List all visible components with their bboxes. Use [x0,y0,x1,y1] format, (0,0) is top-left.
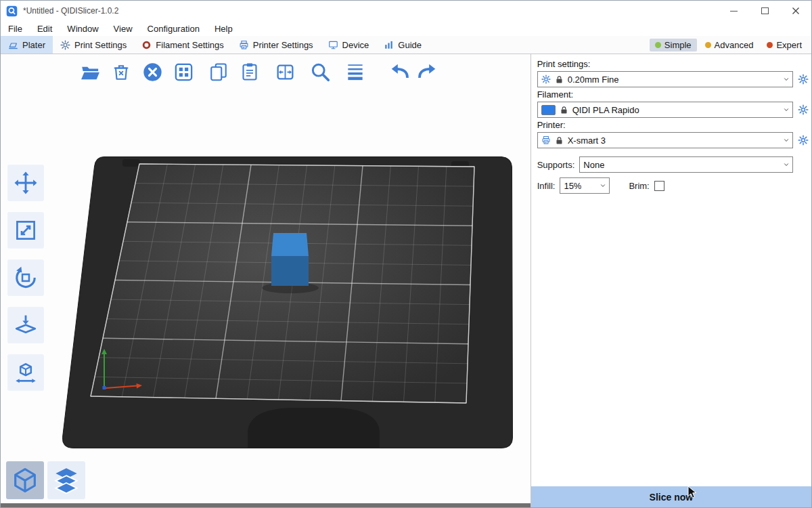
model-cube[interactable] [271,233,309,286]
layers-stack-icon [53,467,80,494]
preview-view-button[interactable] [47,461,85,499]
printer-combo[interactable]: X-smart 3 [537,132,793,148]
gear-icon [541,75,551,84]
arrange-button[interactable] [170,58,197,85]
chevron-down-icon [780,102,792,117]
menu-file[interactable]: File [1,24,30,34]
filament-color-swatch [541,105,556,115]
window-title: *Untitled - QIDISlicer-1.0.2 [23,6,118,16]
printer-icon [239,40,249,50]
cube-3d-icon [12,467,39,494]
place-on-face-icon [14,313,38,337]
mode-advanced[interactable]: Advanced [700,39,759,51]
app-logo-icon [6,5,18,17]
tab-printer-settings[interactable]: Printer Settings [231,36,321,54]
tab-label: Guide [398,40,422,50]
undo-icon [389,61,411,83]
viewport-bottom-bar [1,503,531,507]
print-bed-scene[interactable] [1,54,531,507]
layer-height-icon [344,61,366,83]
bed-clip [122,159,140,167]
monitor-icon [328,40,338,50]
redo-button[interactable] [413,58,441,85]
variable-layer-height-button[interactable] [342,58,369,85]
tab-bar: Plater Print Settings Filament Settings … [1,36,811,54]
bars-icon [384,40,394,50]
mode-label: Simple [664,40,692,50]
app-window: *Untitled - QIDISlicer-1.0.2 File Edit W… [0,0,812,508]
3d-viewport[interactable] [1,54,531,507]
trash-icon [111,62,131,82]
arrange-icon [173,62,194,83]
height-range-button[interactable] [7,354,44,391]
move-icon [14,171,38,195]
search-icon [309,61,331,83]
chevron-down-icon [780,72,792,87]
filament-value: QIDI PLA Rapido [572,105,639,115]
open-folder-icon [80,62,101,83]
menu-help[interactable]: Help [207,24,240,34]
rotate-icon [14,266,38,290]
gear-icon [798,135,809,146]
tab-device[interactable]: Device [321,36,377,54]
tab-guide[interactable]: Guide [376,36,429,54]
menu-configuration[interactable]: Configuration [140,24,207,34]
delete-all-button[interactable] [139,58,166,85]
paste-button[interactable] [236,58,263,85]
infill-combo[interactable]: 15% [560,177,610,194]
mode-label: Advanced [715,40,754,50]
menu-window[interactable]: Window [60,24,106,34]
maximize-button[interactable] [749,1,780,21]
move-button[interactable] [7,165,44,201]
close-button[interactable] [780,1,811,21]
3d-editor-view-button[interactable] [6,461,44,499]
scale-button[interactable] [7,212,44,249]
lock-icon [555,136,564,145]
tab-filament-settings[interactable]: Filament Settings [134,36,231,54]
undo-button[interactable] [386,58,413,85]
menu-edit[interactable]: Edit [30,24,60,34]
tab-label: Print Settings [74,40,127,50]
mode-selector: Simple Advanced Expert [650,36,811,54]
delete-all-icon [142,62,163,83]
print-settings-combo[interactable]: 0.20mm Fine [537,71,793,87]
filament-label: Filament: [537,89,809,100]
printer-icon [541,135,551,145]
plater-toolbar [76,58,441,85]
filament-gear-button[interactable] [797,104,809,116]
slice-now-button[interactable]: Slice now [531,486,811,507]
print-settings-value: 0.20mm Fine [568,75,619,85]
supports-combo[interactable]: None [579,156,793,173]
maximize-icon [761,7,769,14]
tab-plater[interactable]: Plater [1,36,53,54]
split-button[interactable] [271,58,298,85]
copy-button[interactable] [205,58,232,85]
mode-label: Expert [776,40,802,50]
gizmo-toolbar [7,165,44,391]
close-icon [792,7,799,14]
printer-gear-button[interactable] [797,135,809,146]
print-settings-gear-button[interactable] [797,74,809,85]
brim-checkbox[interactable] [654,181,664,191]
menu-view[interactable]: View [106,24,140,34]
tab-print-settings[interactable]: Print Settings [53,36,134,54]
minimize-button[interactable] [718,1,749,21]
mode-simple[interactable]: Simple [650,39,697,51]
mode-expert[interactable]: Expert [761,39,807,51]
scale-icon [14,218,38,242]
place-on-face-button[interactable] [7,307,44,343]
filament-combo[interactable]: QIDI PLA Rapido [537,102,793,118]
view-mode-toolbar [6,461,85,499]
paste-icon [240,62,260,82]
tab-label: Plater [22,40,45,50]
search-button[interactable] [307,58,334,85]
rotate-button[interactable] [7,259,44,296]
infill-label: Infill: [537,181,556,191]
supports-label: Supports: [537,160,575,170]
delete-button[interactable] [108,58,135,85]
printer-label: Printer: [537,120,809,130]
open-button[interactable] [76,58,104,85]
expert-mode-dot-icon [767,42,773,48]
lock-icon [560,106,568,114]
height-range-icon [14,360,38,385]
